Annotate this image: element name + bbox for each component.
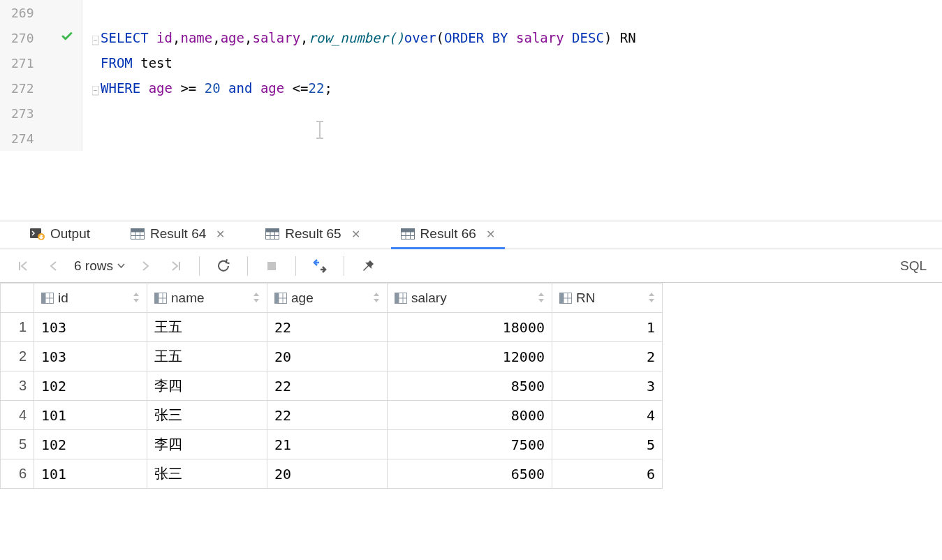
code-line[interactable]: WHERE age >= 20 and age <=22; — [88, 75, 942, 101]
cell-age[interactable]: 21 — [267, 430, 388, 459]
sort-icon[interactable] — [253, 293, 260, 304]
sql-indicator: SQL — [900, 258, 927, 274]
tab-output[interactable]: Output — [20, 221, 100, 249]
results-grid[interactable]: id name age — [0, 283, 663, 489]
svg-marker-44 — [374, 299, 379, 302]
cell-age[interactable]: 22 — [267, 401, 388, 430]
column-header-name[interactable]: name — [147, 283, 267, 313]
cell-id[interactable]: 102 — [34, 371, 147, 401]
line-number: 269 — [11, 6, 34, 20]
table-row[interactable]: 3102李四2285003 — [1, 371, 663, 401]
tab-result-64[interactable]: Result 64 ✕ — [121, 221, 235, 249]
header-label: salary — [411, 290, 447, 306]
cell-salary[interactable]: 7500 — [388, 430, 552, 459]
column-icon — [395, 293, 407, 304]
column-header-rn[interactable]: RN — [552, 283, 663, 313]
cell-name[interactable]: 张三 — [147, 401, 267, 430]
column-icon — [41, 293, 54, 304]
first-page-button[interactable] — [15, 258, 32, 274]
cell-rn[interactable]: 5 — [552, 430, 663, 459]
cell-id[interactable]: 103 — [34, 342, 147, 371]
code-line[interactable] — [88, 0, 942, 25]
svg-marker-32 — [133, 299, 139, 302]
cell-rn[interactable]: 3 — [552, 371, 663, 401]
tab-label: Result 64 — [150, 226, 206, 242]
close-icon[interactable]: ✕ — [351, 228, 360, 241]
tab-result-65[interactable]: Result 65 ✕ — [256, 221, 369, 249]
stop-button[interactable] — [263, 258, 280, 274]
last-page-button[interactable] — [167, 258, 184, 274]
table-row[interactable]: 5102李四2175005 — [1, 430, 663, 459]
fold-icon[interactable] — [92, 33, 99, 43]
results-toolbar: 6 rows SQL — [0, 249, 942, 283]
row-number: 5 — [1, 430, 34, 459]
svg-marker-50 — [538, 299, 544, 302]
cell-age[interactable]: 22 — [267, 313, 388, 342]
cell-age[interactable]: 20 — [267, 459, 388, 489]
table-icon — [401, 228, 415, 240]
table-row[interactable]: 4101张三2280004 — [1, 401, 663, 430]
code-line[interactable] — [88, 126, 942, 151]
reload-button[interactable] — [215, 258, 232, 274]
cell-id[interactable]: 102 — [34, 430, 147, 459]
table-icon — [131, 228, 145, 240]
column: id — [156, 30, 172, 45]
cell-name[interactable]: 李四 — [147, 371, 267, 401]
table-row[interactable]: 1103王五22180001 — [1, 313, 663, 342]
sort-icon[interactable] — [538, 293, 545, 304]
header-label: RN — [576, 290, 595, 306]
column-header-salary[interactable]: salary — [388, 283, 552, 313]
column: salary — [252, 30, 300, 45]
pin-button[interactable] — [360, 258, 376, 274]
cell-salary[interactable]: 8500 — [388, 371, 552, 401]
next-page-button[interactable] — [138, 258, 154, 274]
cell-name[interactable]: 王五 — [147, 342, 267, 371]
cell-id[interactable]: 101 — [34, 459, 147, 489]
sort-icon[interactable] — [373, 293, 380, 304]
column-header-age[interactable]: age — [267, 283, 388, 313]
header-label: age — [291, 290, 314, 306]
cell-rn[interactable]: 6 — [552, 459, 663, 489]
cell-name[interactable]: 王五 — [147, 313, 267, 342]
cell-name[interactable]: 张三 — [147, 459, 267, 489]
cell-salary[interactable]: 6500 — [388, 459, 552, 489]
row-number: 2 — [1, 342, 34, 371]
table-row[interactable]: 6101张三2065006 — [1, 459, 663, 489]
code-line[interactable]: FROM test — [88, 50, 942, 75]
compare-button[interactable] — [311, 258, 328, 274]
cell-id[interactable]: 101 — [34, 401, 147, 430]
code-line[interactable]: SELECT id,name,age,salary,row_number()ov… — [88, 25, 942, 50]
code-line[interactable] — [88, 101, 942, 126]
sql-editor[interactable]: 269 270 271 272 273 274 SELECT id,name,a… — [0, 0, 942, 151]
svg-marker-37 — [253, 293, 259, 296]
toolbar-separator — [295, 256, 296, 276]
cell-rn[interactable]: 1 — [552, 313, 663, 342]
gutter-line: 269 — [0, 0, 82, 25]
cell-salary[interactable]: 12000 — [388, 342, 552, 371]
column-header-id[interactable]: id — [34, 283, 147, 313]
cell-salary[interactable]: 18000 — [388, 313, 552, 342]
cell-name[interactable]: 李四 — [147, 430, 267, 459]
table-row[interactable]: 2103王五20120002 — [1, 342, 663, 371]
close-icon[interactable]: ✕ — [216, 228, 225, 241]
sort-icon[interactable] — [648, 293, 655, 304]
sort-icon[interactable] — [133, 293, 140, 304]
keyword: SELECT — [101, 30, 149, 45]
line-number: 274 — [11, 131, 34, 146]
prev-page-button[interactable] — [45, 258, 61, 274]
svg-rect-15 — [266, 229, 279, 233]
gutter-line: 271 — [0, 50, 82, 75]
cell-rn[interactable]: 2 — [552, 342, 663, 371]
row-number: 1 — [1, 313, 34, 342]
tab-result-66[interactable]: Result 66 ✕ — [391, 221, 505, 249]
row-count-dropdown[interactable]: 6 rows — [74, 258, 125, 274]
close-icon[interactable]: ✕ — [486, 228, 495, 241]
cell-age[interactable]: 22 — [267, 371, 388, 401]
cell-age[interactable]: 20 — [267, 342, 388, 371]
fold-icon[interactable] — [92, 83, 99, 93]
header-label: id — [58, 290, 68, 306]
code-area[interactable]: SELECT id,name,age,salary,row_number()ov… — [82, 0, 942, 151]
cell-rn[interactable]: 4 — [552, 401, 663, 430]
cell-id[interactable]: 103 — [34, 313, 147, 342]
cell-salary[interactable]: 8000 — [388, 401, 552, 430]
